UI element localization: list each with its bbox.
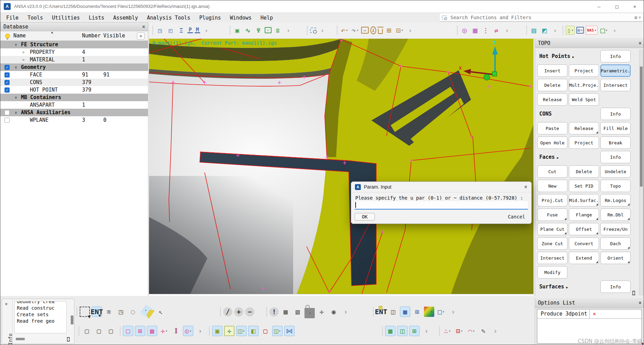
menu-lists[interactable]: Lists bbox=[84, 15, 109, 21]
frame-tool-icon[interactable]: ▣ bbox=[233, 26, 242, 35]
drag-handle-icon[interactable] bbox=[526, 26, 527, 35]
button-plane-cut[interactable]: Plane Cut bbox=[537, 223, 567, 235]
draw-mode-icon[interactable]: ▯▾ bbox=[566, 26, 575, 35]
button-open-hole[interactable]: Open Hole bbox=[537, 136, 567, 149]
more-icon[interactable]: › bbox=[406, 26, 415, 35]
more-icon[interactable]: › bbox=[421, 326, 432, 336]
button-mid-surfac[interactable]: Mid.Surfac. bbox=[569, 194, 599, 206]
grid-cube-icon[interactable]: ⊞ bbox=[412, 307, 422, 317]
pointer-icon[interactable]: ↖ bbox=[156, 307, 166, 317]
face-cross-icon[interactable]: ✛ bbox=[224, 326, 234, 336]
search-box[interactable]: Search Functions and Filters ⚙ ∨ bbox=[440, 13, 643, 22]
chevron-expanded-icon[interactable]: ∨ bbox=[15, 95, 17, 100]
iso-cube3-icon[interactable]: ▢ bbox=[106, 326, 116, 336]
wire-cube-icon[interactable]: □▾ bbox=[436, 307, 446, 317]
menu-file[interactable]: File bbox=[2, 15, 23, 21]
button-info[interactable]: Info bbox=[600, 151, 631, 163]
ent-yellow-icon[interactable]: ENT bbox=[376, 307, 386, 317]
iso-cube2-icon[interactable]: ▢ bbox=[94, 326, 104, 336]
face-red-edge-icon[interactable]: ▢ bbox=[260, 326, 271, 336]
red-node-square-icon[interactable]: ⊡▾ bbox=[454, 326, 464, 336]
menu-assembly[interactable]: Assembly bbox=[109, 15, 142, 21]
fix-quality-icon[interactable]: ⊞ bbox=[384, 26, 393, 35]
tree-row-wplane[interactable]: WPLANE30 bbox=[0, 116, 148, 124]
button-fuse[interactable]: Fuse bbox=[537, 209, 567, 221]
button-info[interactable]: Info bbox=[600, 50, 631, 62]
checkbox-checked[interactable]: ✓ bbox=[4, 87, 10, 93]
menu-windows[interactable]: Windows bbox=[226, 15, 256, 21]
cancel-button[interactable]: Cancel bbox=[505, 213, 528, 220]
zoom-in-icon[interactable]: + bbox=[234, 307, 243, 317]
face-toggle-icon[interactable]: ◧ bbox=[248, 326, 258, 336]
more-icon[interactable]: › bbox=[610, 26, 619, 35]
drag-handle-icon[interactable] bbox=[79, 326, 79, 335]
button-set-pid[interactable]: Set PID bbox=[569, 180, 599, 192]
dialog-close-icon[interactable]: × bbox=[524, 184, 527, 190]
button-fill-hole[interactable]: Fill Hole bbox=[600, 122, 631, 134]
lasso-select-icon[interactable]: ◌ bbox=[128, 307, 138, 317]
nas-format-icon[interactable]: NAS▾ bbox=[586, 26, 598, 35]
drag-handle-icon[interactable] bbox=[230, 26, 230, 35]
tree-row-ansa-auxiliaries[interactable]: ∨ANSA Auxiliaries bbox=[0, 109, 148, 116]
slash-tool-icon[interactable]: ∕ bbox=[223, 307, 232, 317]
options-row-produce-3dpoint[interactable]: Produce 3dpoint✕ bbox=[537, 309, 642, 319]
tree-row-fe-structure[interactable]: ∨FE Structure bbox=[0, 41, 148, 48]
menu-tools[interactable]: Tools bbox=[23, 15, 47, 21]
parts-blocks-icon[interactable]: ◰ bbox=[166, 26, 175, 35]
drag-handle-icon[interactable] bbox=[563, 26, 563, 35]
info-oval-icon[interactable]: i bbox=[370, 26, 376, 34]
drag-handle-icon[interactable] bbox=[152, 26, 153, 35]
green-cube-icon[interactable]: ▩ bbox=[385, 326, 395, 336]
green-panel-icon[interactable]: ◫ bbox=[397, 326, 407, 336]
corner-select-icon[interactable]: ◳ bbox=[116, 307, 126, 317]
chevron-collapsed-icon[interactable]: > bbox=[22, 58, 25, 62]
button-extend[interactable]: Extend bbox=[569, 252, 599, 264]
button-release[interactable]: Release bbox=[569, 122, 599, 134]
rainbow-cube-icon[interactable]: ■▾ bbox=[424, 307, 434, 317]
button-project[interactable]: Project bbox=[569, 136, 599, 149]
tree-row-ansapart[interactable]: ANSAPART1 bbox=[0, 101, 148, 109]
green-grid-icon[interactable]: ⊞ bbox=[409, 326, 419, 336]
tree-row-material[interactable]: >MATERIAL1 bbox=[0, 56, 148, 63]
dialog-titlebar[interactable]: A Param. Input × bbox=[351, 182, 531, 192]
drag-handle-icon[interactable] bbox=[209, 326, 210, 335]
hexagon-ring-icon[interactable]: ◎ bbox=[460, 26, 469, 35]
expand-panel-icon[interactable] bbox=[632, 291, 637, 295]
info-log[interactable]: Geometry creaRead construcCreate setsRea… bbox=[14, 301, 67, 333]
button-delete[interactable]: Delete bbox=[569, 165, 599, 178]
iso-cube1-icon[interactable]: ▢ bbox=[82, 326, 92, 336]
close-icon[interactable]: × bbox=[639, 300, 642, 306]
button-topo[interactable]: Topo bbox=[600, 180, 631, 192]
param-input-field[interactable] bbox=[355, 201, 528, 210]
lock-icon[interactable]: ▾ bbox=[304, 308, 315, 318]
ibeam-section-icon[interactable]: I bbox=[171, 326, 181, 336]
tree-row-geometry[interactable]: ✓∨Geometry bbox=[0, 63, 148, 71]
button-delete[interactable]: Delete bbox=[537, 79, 567, 91]
pink-wire-cube-icon[interactable]: ▢ bbox=[123, 326, 133, 336]
expand-panel-icon[interactable] bbox=[67, 337, 71, 342]
button-parametric[interactable]: Parametric. bbox=[600, 64, 631, 77]
button-freeze-un[interactable]: Freeze/Un bbox=[600, 223, 631, 235]
notes-pad-icon[interactable]: ▤ bbox=[529, 26, 538, 35]
drag-handle-icon[interactable] bbox=[457, 26, 458, 35]
button-release[interactable]: Release bbox=[537, 93, 567, 106]
button-insert[interactable]: Insert bbox=[537, 64, 567, 77]
drag-handle-icon[interactable] bbox=[382, 326, 383, 335]
menu-utilities[interactable]: Utilities bbox=[47, 15, 84, 21]
info-hscrollbar[interactable] bbox=[16, 338, 25, 340]
button-info[interactable]: Info bbox=[600, 108, 631, 120]
ent-select-icon[interactable]: ENT bbox=[92, 307, 102, 317]
button-intersect[interactable]: Intersect bbox=[537, 252, 567, 264]
button-info[interactable]: Info bbox=[600, 281, 631, 293]
section-label-hot-points[interactable]: Hot Points▶ bbox=[539, 53, 574, 59]
drag-handle-icon[interactable] bbox=[307, 26, 308, 35]
face-pair-icon[interactable]: ◫▾ bbox=[272, 326, 283, 336]
compare-droplets-icon[interactable]: Ψ bbox=[254, 26, 263, 35]
checkbox-unchecked[interactable] bbox=[4, 118, 10, 123]
tree-row-face[interactable]: ✓FACE9191 bbox=[0, 71, 148, 79]
button-rm-logos[interactable]: Rm.Logos bbox=[600, 194, 631, 206]
scrollbar-thumb[interactable] bbox=[640, 67, 643, 187]
material-list-icon[interactable]: M bbox=[195, 27, 200, 33]
spacing-dots-icon[interactable]: ⋮ bbox=[481, 26, 490, 35]
menu-analysis-tools[interactable]: Analysis Tools bbox=[142, 15, 195, 21]
